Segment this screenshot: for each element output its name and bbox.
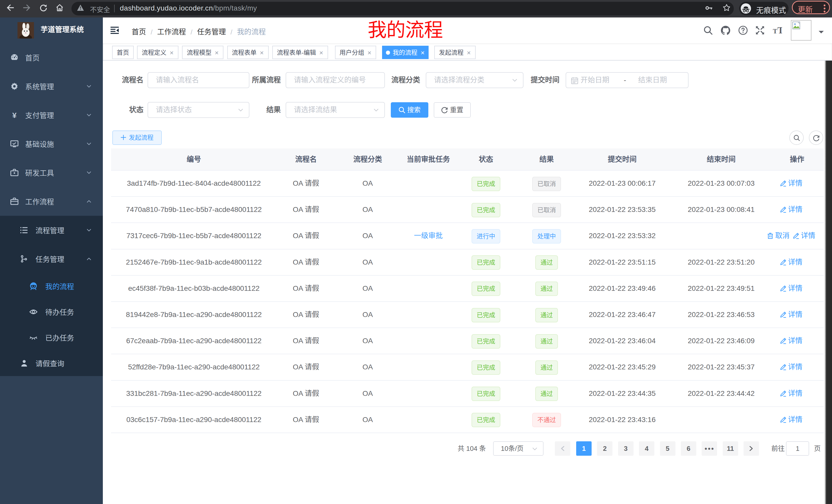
svg-text:T: T — [778, 26, 782, 35]
svg-text:T: T — [773, 27, 777, 35]
